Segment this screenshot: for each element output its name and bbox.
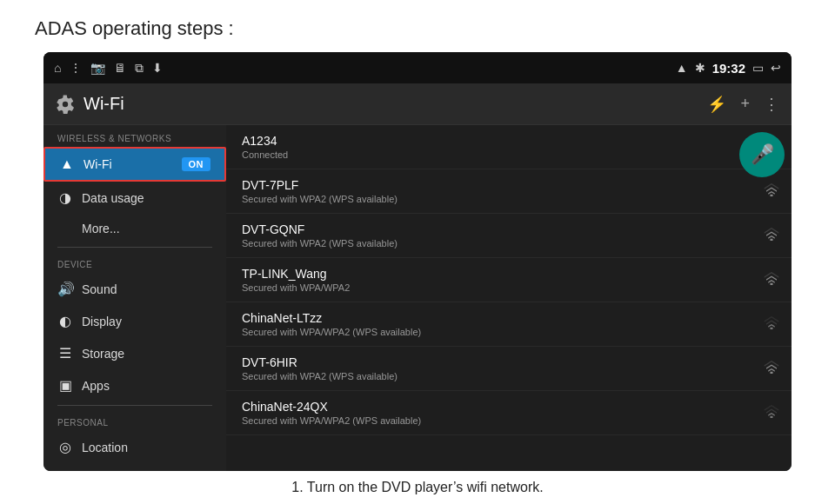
svg-rect-4: [771, 328, 773, 329]
sound-icon: 🔊: [57, 281, 73, 297]
sidebar-item-data-usage[interactable]: ◑ Data usage: [43, 182, 226, 214]
section-label-device: DEVICE: [43, 251, 226, 273]
home-icon: ⌂: [54, 61, 61, 75]
apps-label: Apps: [82, 379, 110, 393]
device-screen: ⌂ ⋮ 📷 🖥 ⧉ ⬇ ▲ ✱ 19:32 ▭ ↩ Wi-Fi ⚡ + ⋮: [43, 52, 792, 471]
apps-icon: ▣: [57, 377, 73, 394]
network-name-chinanet-ltzz: ChinaNet-LTzz: [242, 311, 748, 325]
section-label-personal: PERSONAL: [43, 409, 226, 431]
network-status-chinanet-ltzz: Secured with WPA/WPA2 (WPS available): [242, 327, 748, 337]
flash-icon[interactable]: ⚡: [707, 95, 726, 114]
location-label: Location: [82, 441, 128, 454]
network-signal-dvt6hir: [764, 361, 779, 377]
more-options-icon[interactable]: ⋮: [764, 95, 779, 114]
network-signal-tplink: [764, 272, 779, 288]
body-split: WIRELESS & NETWORKS ▲ Wi-Fi ON ◑ Data us…: [43, 125, 792, 471]
divider-device: [57, 247, 212, 248]
network-item-a1234[interactable]: A1234 Connected: [226, 125, 792, 169]
network-list: 🎤 A1234 Connected DVT-7PLF Secured with …: [226, 125, 792, 471]
wifi-title: Wi-Fi: [84, 94, 124, 114]
wifi-header-left: Wi-Fi: [56, 94, 707, 114]
mic-icon: 🎤: [751, 143, 774, 166]
sidebar-item-wifi[interactable]: ▲ Wi-Fi ON: [43, 147, 226, 182]
svg-rect-5: [771, 372, 773, 374]
sidebar-item-storage[interactable]: ☰ Storage: [43, 337, 226, 369]
status-bar-left: ⌂ ⋮ 📷 🖥 ⧉ ⬇: [54, 61, 667, 76]
back-icon: ↩: [771, 61, 781, 75]
network-item-dvtgqnf[interactable]: DVT-GQNF Secured with WPA2 (WPS availabl…: [226, 214, 792, 258]
wifi-label: Wi-Fi: [84, 157, 112, 171]
network-name-dvt7plf: DVT-7PLF: [242, 178, 748, 192]
settings-gear-icon: [56, 95, 75, 114]
svg-rect-1: [771, 195, 773, 196]
storage-label: Storage: [82, 347, 124, 361]
bluetooth-icon: ✱: [695, 61, 705, 75]
storage-icon: ☰: [57, 345, 73, 361]
sidebar: WIRELESS & NETWORKS ▲ Wi-Fi ON ◑ Data us…: [43, 125, 226, 471]
network-status-tplink: Secured with WPA/WPA2: [242, 282, 748, 293]
layers-icon: ⧉: [135, 61, 144, 76]
network-name-dvtgqnf: DVT-GQNF: [242, 222, 748, 236]
add-icon[interactable]: +: [740, 95, 750, 113]
section-label-wireless: WIRELESS & NETWORKS: [43, 125, 226, 147]
network-status-dvtgqnf: Secured with WPA2 (WPS available): [242, 238, 748, 249]
sidebar-item-display[interactable]: ◐ Display: [43, 305, 226, 337]
divider-personal: [57, 405, 212, 406]
network-item-dvt7plf[interactable]: DVT-7PLF Secured with WPA2 (WPS availabl…: [226, 169, 792, 214]
network-name-a1234: A1234: [242, 134, 748, 148]
battery-icon: ▭: [752, 61, 764, 75]
display-label: Display: [82, 315, 122, 328]
wifi-header-right: ⚡ + ⋮: [707, 95, 779, 114]
mic-button[interactable]: 🎤: [739, 132, 785, 177]
svg-rect-3: [771, 283, 773, 285]
network-name-dvt6hir: DVT-6HIR: [242, 355, 748, 369]
camera-icon: 📷: [90, 61, 105, 75]
status-bar: ⌂ ⋮ 📷 🖥 ⧉ ⬇ ▲ ✱ 19:32 ▭ ↩: [43, 52, 792, 83]
network-item-chinanet-24qx[interactable]: ChinaNet-24QX Secured with WPA/WPA2 (WPS…: [226, 391, 792, 435]
page-title: ADAS operating steps :: [35, 17, 234, 40]
network-status-a1234: Connected: [242, 149, 748, 160]
network-signal-chinanet-24qx: [764, 405, 779, 421]
svg-rect-6: [771, 416, 773, 418]
download-icon: ⬇: [152, 61, 163, 75]
network-signal-dvtgqnf: [764, 228, 779, 244]
network-item-tplink[interactable]: TP-LINK_Wang Secured with WPA/WPA2: [226, 258, 792, 302]
network-status-dvt6hir: Secured with WPA2 (WPS available): [242, 371, 748, 381]
network-item-dvt6hir[interactable]: DVT-6HIR Secured with WPA2 (WPS availabl…: [226, 347, 792, 391]
network-item-chinanet-ltzz[interactable]: ChinaNet-LTzz Secured with WPA/WPA2 (WPS…: [226, 302, 792, 347]
data-usage-icon: ◑: [57, 189, 73, 206]
network-signal-dvt7plf: [764, 183, 779, 200]
sidebar-item-sound[interactable]: 🔊 Sound: [43, 273, 226, 305]
network-status-dvt7plf: Secured with WPA2 (WPS available): [242, 194, 748, 204]
screen-icon: 🖥: [114, 61, 126, 75]
sidebar-item-location[interactable]: ◎ Location: [43, 431, 226, 463]
network-status-chinanet-24qx: Secured with WPA/WPA2 (WPS available): [242, 415, 748, 426]
sidebar-item-more[interactable]: More...: [43, 214, 226, 243]
data-usage-label: Data usage: [82, 191, 144, 205]
sidebar-item-apps[interactable]: ▣ Apps: [43, 369, 226, 401]
menu-icon: ⋮: [70, 61, 82, 75]
status-time: 19:32: [712, 61, 745, 76]
wifi-toggle[interactable]: ON: [182, 157, 211, 171]
network-signal-chinanet-ltzz: [764, 316, 779, 333]
caption: 1. Turn on the DVD player’s wifi network…: [291, 480, 543, 495]
svg-rect-2: [771, 239, 773, 241]
network-name-tplink: TP-LINK_Wang: [242, 267, 748, 281]
sound-label: Sound: [82, 282, 117, 296]
wifi-status-icon: ▲: [676, 61, 688, 75]
location-icon: ◎: [57, 439, 73, 455]
wifi-header: Wi-Fi ⚡ + ⋮: [43, 83, 792, 125]
display-icon: ◐: [57, 313, 73, 329]
status-bar-right: ▲ ✱ 19:32 ▭ ↩: [676, 61, 781, 76]
more-label: More...: [82, 222, 120, 235]
network-name-chinanet-24qx: ChinaNet-24QX: [242, 400, 748, 414]
wifi-icon: ▲: [59, 156, 75, 172]
